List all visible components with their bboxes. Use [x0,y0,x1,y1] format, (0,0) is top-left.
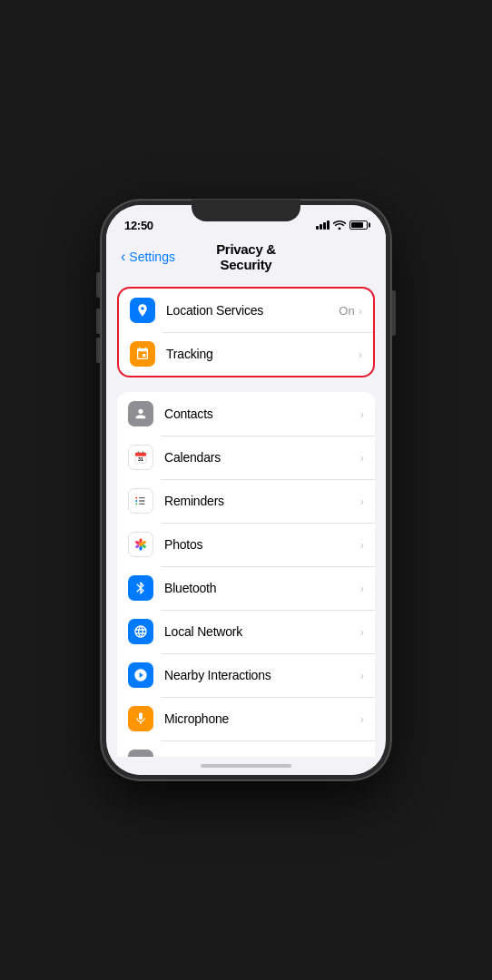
nearby-interactions-icon [128,662,153,688]
home-bar [201,764,291,768]
contacts-item[interactable]: Contacts › [117,392,375,436]
status-icons [316,220,368,231]
section-location: Location Services On › Tracking › [117,287,375,377]
location-services-item[interactable]: Location Services On › [119,289,373,332]
tracking-icon [130,341,155,367]
svg-text:31: 31 [138,456,143,462]
microphone-chevron-icon: › [360,712,364,726]
svg-point-12 [139,538,142,543]
back-label: Settings [129,250,175,264]
phone-screen: 12:50 [106,205,386,775]
local-network-item[interactable]: Local Network › [117,610,375,653]
photos-icon [128,532,153,557]
tracking-label: Tracking [166,347,359,361]
location-services-label: Location Services [166,303,339,318]
status-time: 12:50 [124,219,153,232]
svg-rect-9 [139,500,145,501]
speech-recognition-icon [128,750,153,757]
svg-rect-1 [135,453,146,456]
microphone-icon [128,706,153,731]
wifi-icon [333,220,346,231]
battery-icon [349,220,368,230]
svg-rect-10 [139,504,145,505]
calendars-label: Calendars [164,450,360,465]
microphone-item[interactable]: Microphone › [117,697,375,740]
svg-point-18 [139,543,143,546]
location-services-value: On [339,304,354,318]
local-network-label: Local Network [164,624,360,639]
contacts-label: Contacts [164,407,360,421]
phone-frame: 12:50 [101,200,391,780]
nearby-interactions-item[interactable]: Nearby Interactions › [117,653,375,697]
svg-rect-8 [139,497,145,498]
content-scroll[interactable]: Location Services On › Tracking › [106,279,386,757]
speech-recognition-item[interactable]: Speech Recognition › [117,740,375,757]
calendars-item[interactable]: 31 Calendars › [117,436,375,479]
notch [192,200,300,221]
photos-label: Photos [164,537,360,552]
calendars-chevron-icon: › [360,451,364,465]
back-button[interactable]: ‹ Settings [121,249,193,265]
reminders-icon [128,488,153,514]
microphone-label: Microphone [164,711,360,726]
page-title: Privacy & Security [193,241,299,272]
nav-header: ‹ Settings Privacy & Security [106,238,386,279]
location-services-chevron-icon: › [359,304,362,318]
signal-icon [316,220,330,230]
svg-point-15 [139,546,142,551]
contacts-chevron-icon: › [360,407,364,421]
reminders-chevron-icon: › [360,495,364,508]
local-network-icon [128,619,153,644]
reminders-item[interactable]: Reminders › [117,479,375,523]
back-chevron-icon: ‹ [121,249,125,265]
home-indicator [106,757,386,775]
nearby-interactions-label: Nearby Interactions [164,668,360,682]
bluetooth-label: Bluetooth [164,581,360,595]
reminders-label: Reminders [164,494,360,508]
svg-point-7 [135,503,137,505]
local-network-chevron-icon: › [360,625,364,639]
speech-recognition-label: Speech Recognition [164,755,360,757]
contacts-icon [128,401,153,426]
nearby-interactions-chevron-icon: › [360,669,364,682]
calendars-icon: 31 [128,445,153,470]
svg-point-6 [135,500,137,502]
tracking-chevron-icon: › [359,348,362,361]
bluetooth-item[interactable]: Bluetooth › [117,566,375,610]
bluetooth-chevron-icon: › [360,582,364,595]
photos-item[interactable]: Photos › [117,523,375,566]
tracking-item[interactable]: Tracking › [119,332,373,376]
speech-recognition-chevron-icon: › [360,756,364,758]
photos-chevron-icon: › [360,538,364,552]
svg-point-5 [135,497,137,499]
bluetooth-icon [128,575,153,601]
section-permissions: Contacts › 31 Calendars [117,392,375,757]
location-services-icon [130,298,155,323]
